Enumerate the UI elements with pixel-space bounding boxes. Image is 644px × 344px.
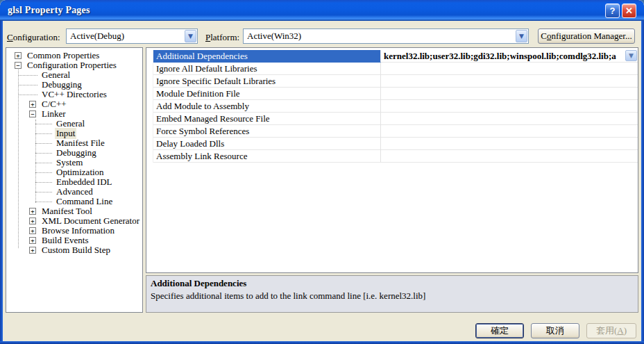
expand-plus-icon[interactable]: + [29, 227, 36, 234]
property-name[interactable]: Additional Dependencies [153, 50, 381, 63]
property-row-add-module-to-assembly[interactable]: Add Module to Assembly [146, 100, 638, 113]
tree-branch-connector [35, 124, 52, 124]
property-row-ignore-all-default-libraries[interactable]: Ignore All Default Libraries [146, 63, 638, 75]
grid-margin-strip [146, 100, 153, 113]
property-value[interactable] [381, 113, 638, 125]
tree-branch-connector [35, 182, 52, 183]
property-row-force-symbol-references[interactable]: Force Symbol References [146, 125, 638, 138]
cancel-button[interactable]: 取消 [531, 323, 579, 338]
configuration-manager-button[interactable]: Configuration Manager... [538, 28, 635, 44]
grid-margin-strip [146, 50, 153, 63]
property-value[interactable] [381, 100, 638, 113]
tree-item-advanced[interactable]: Advanced [6, 187, 142, 197]
tree-branch-connector [18, 95, 37, 95]
tree-item-label: Custom Build Step [40, 245, 112, 256]
apply-button: 套用(A) [586, 323, 636, 338]
tree-item-manifest-file[interactable]: Manifest File [6, 138, 142, 148]
property-row-ignore-specific-default-libraries[interactable]: Ignore Specific Default Libraries [146, 75, 638, 88]
property-tree: +Common Properties−Configuration Propert… [6, 47, 143, 313]
grid-margin-strip [146, 63, 153, 75]
ok-button[interactable]: 確定 [475, 323, 524, 338]
expand-plus-icon[interactable]: + [29, 101, 36, 108]
expand-plus-icon[interactable]: + [29, 208, 36, 215]
property-row-assembly-link-resource[interactable]: Assembly Link Resource [146, 150, 638, 163]
tree-item-debugging[interactable]: Debugging [6, 80, 142, 90]
tree-connector-line [35, 120, 36, 203]
property-name[interactable]: Module Definition File [153, 88, 381, 100]
chevron-down-icon[interactable]: ▼ [185, 30, 196, 42]
tree-item-browse-information[interactable]: +Browse Information [6, 226, 142, 236]
tree-item-optimization[interactable]: Optimization [6, 167, 142, 177]
tree-branch-connector [35, 143, 52, 144]
platform-label: Platform: [205, 32, 239, 43]
tree-item-vc-directories[interactable]: VC++ Directories [6, 90, 142, 99]
grid-margin-strip [146, 88, 153, 100]
property-name[interactable]: Ignore Specific Default Libraries [153, 75, 381, 88]
expand-plus-icon[interactable]: + [29, 218, 36, 224]
tree-branch-connector [35, 202, 52, 202]
chevron-down-icon[interactable]: ▼ [625, 50, 637, 61]
tree-item-xml-document-generator[interactable]: +XML Document Generator [6, 216, 142, 226]
tree-item-manifest-tool[interactable]: +Manifest Tool [6, 206, 142, 216]
tree-item-general[interactable]: General [6, 70, 142, 80]
tree-branch-connector [35, 172, 52, 173]
expand-plus-icon[interactable]: + [29, 247, 36, 254]
tree-branch-connector [18, 85, 37, 85]
window-border-bottom [0, 341, 644, 344]
description-text: Specifies additional items to add to the… [151, 290, 634, 302]
property-name[interactable]: Delay Loaded Dlls [153, 138, 381, 150]
grid-margin-strip [146, 138, 153, 150]
property-name[interactable]: Embed Managed Resource File [153, 113, 381, 125]
help-icon[interactable]: ? [605, 3, 620, 18]
grid-margin-strip [146, 113, 153, 125]
property-name[interactable]: Add Module to Assembly [153, 100, 381, 113]
chevron-down-icon[interactable]: ▼ [516, 30, 527, 42]
property-name[interactable]: Ignore All Default Libraries [153, 63, 381, 75]
tree-branch-connector [18, 75, 37, 76]
property-row-embed-managed-resource-file[interactable]: Embed Managed Resource File [146, 113, 638, 125]
configuration-select[interactable]: Active(Debug) ▼ [66, 28, 198, 44]
tree-item-configuration-properties[interactable]: −Configuration Properties [6, 60, 142, 70]
property-row-module-definition-file[interactable]: Module Definition File [146, 88, 638, 100]
tree-branch-connector [35, 192, 52, 193]
tree-item-input[interactable]: Input [6, 129, 142, 138]
property-value[interactable]: kernel32.lib;user32.lib;gdi32.lib;winspo… [381, 50, 638, 63]
window-title: glsl Property Pages [8, 5, 90, 16]
tree-item-linker[interactable]: −Linker [6, 109, 142, 119]
property-value[interactable] [381, 138, 638, 150]
tree-item-embedded-idl[interactable]: Embedded IDL [6, 177, 142, 187]
property-row-additional-dependencies[interactable]: Additional Dependencieskernel32.lib;user… [146, 50, 638, 63]
expand-plus-icon[interactable]: + [29, 237, 36, 244]
expand-plus-icon[interactable]: + [15, 52, 22, 59]
property-name[interactable]: Assembly Link Resource [153, 150, 381, 163]
property-name[interactable]: Force Symbol References [153, 125, 381, 138]
grid-margin-strip [146, 150, 153, 163]
property-value[interactable] [381, 75, 638, 88]
tree-branch-connector [35, 163, 52, 163]
property-value[interactable] [381, 88, 638, 100]
description-title: Additional Dependencies [151, 278, 634, 289]
tree-item-build-events[interactable]: +Build Events [6, 236, 142, 245]
property-grid: Additional Dependencieskernel32.lib;user… [146, 47, 638, 273]
tree-item-debugging[interactable]: Debugging [6, 148, 142, 158]
tree-item-common-properties[interactable]: +Common Properties [6, 51, 142, 60]
collapse-minus-icon[interactable]: − [15, 62, 22, 69]
titlebar[interactable]: glsl Property Pages ? ✕ [0, 0, 644, 21]
collapse-minus-icon[interactable]: − [29, 110, 36, 117]
tree-item-label: Configuration Properties [26, 60, 118, 71]
tree-branch-connector [35, 153, 52, 154]
property-value[interactable] [381, 150, 638, 163]
property-value[interactable] [381, 125, 638, 138]
close-icon[interactable]: ✕ [622, 3, 636, 18]
property-value[interactable] [381, 63, 638, 75]
tree-branch-connector [35, 133, 52, 134]
tree-item-c-c[interactable]: +C/C++ [6, 99, 142, 109]
tree-item-command-line[interactable]: Command Line [6, 197, 142, 206]
grid-margin-strip [146, 75, 153, 88]
tree-item-custom-build-step[interactable]: +Custom Build Step [6, 245, 142, 255]
tree-item-general[interactable]: General [6, 119, 142, 129]
grid-margin-strip [146, 125, 153, 138]
platform-select[interactable]: Active(Win32) ▼ [243, 28, 529, 44]
property-row-delay-loaded-dlls[interactable]: Delay Loaded Dlls [146, 138, 638, 150]
tree-item-system[interactable]: System [6, 158, 142, 167]
